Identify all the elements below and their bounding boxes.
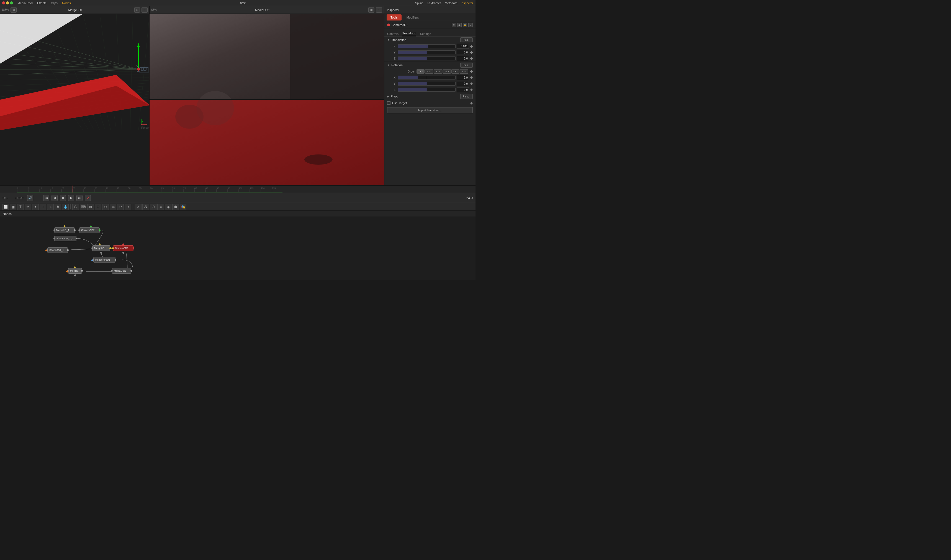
node-icon-menu[interactable]: ≡ <box>452 23 456 27</box>
use-target-keyframe[interactable] <box>470 102 473 105</box>
right-media-viewport[interactable] <box>149 14 384 185</box>
tool-rect2[interactable]: ▭ <box>110 204 116 210</box>
rotation-pick-btn[interactable]: Pick... <box>460 63 473 68</box>
tool-bezier[interactable]: ⌇ <box>40 204 46 210</box>
order-yxz[interactable]: YXZ <box>434 69 442 74</box>
translation-x-slider[interactable] <box>398 44 455 48</box>
record-btn[interactable]: ⟳ <box>85 195 91 201</box>
rotation-order-keyframe[interactable] <box>470 70 473 73</box>
tool-light[interactable]: ✺ <box>55 204 61 210</box>
translation-pick-btn[interactable]: Pick... <box>460 37 473 42</box>
order-xzy[interactable]: XZY <box>425 69 433 74</box>
minimize-btn[interactable] <box>6 2 9 5</box>
order-zxy[interactable]: ZXY <box>451 69 460 74</box>
tool-scene[interactable]: 🎭 <box>180 204 186 210</box>
timeline-track[interactable]: 0 5 10 15 20 25 30 35 40 <box>17 186 476 193</box>
node-camera3d2[interactable]: Camera3D2 <box>79 228 100 233</box>
play-btn[interactable]: ▶ <box>68 195 74 201</box>
tool-obj[interactable]: ⬢ <box>172 204 179 210</box>
menu-media-pool[interactable]: Media Pool <box>17 2 33 5</box>
close-btn[interactable] <box>2 2 5 5</box>
left-3d-viewport[interactable]: Y X Perspective <box>0 14 149 185</box>
rotation-x-keyframe[interactable] <box>470 76 473 79</box>
menu-inspector[interactable]: Inspector <box>461 2 473 5</box>
menu-nodes[interactable]: Nodes <box>62 2 71 5</box>
rotation-y-value[interactable]: 0.0 <box>457 81 469 86</box>
translation-z-keyframe[interactable] <box>470 57 473 60</box>
tool-drop[interactable]: 💧 <box>62 204 69 210</box>
stop-btn[interactable]: ⏹ <box>60 195 66 201</box>
tool-vr[interactable]: ◉ <box>165 204 171 210</box>
tool-select[interactable]: ⬜ <box>2 204 9 210</box>
rotation-y-slider[interactable] <box>398 82 455 86</box>
menu-metadata[interactable]: Metadata <box>445 2 457 5</box>
node-mediaIn1[interactable]: MediaIn1_1 <box>54 228 75 233</box>
rotation-x-value[interactable]: -7.9 <box>457 75 469 80</box>
order-zyx[interactable]: ZYX <box>460 69 468 74</box>
tool-fx[interactable]: ⁂ <box>142 204 149 210</box>
node-icon-settings[interactable]: ⚙ <box>468 23 473 27</box>
fit-view-btn[interactable]: ⊞ <box>11 7 17 13</box>
translation-x-keyframe[interactable] <box>470 45 473 48</box>
node-merge3d1[interactable]: Merge3D1 <box>92 245 110 251</box>
subtab-controls[interactable]: Controls <box>387 32 399 36</box>
menu-effects[interactable]: Effects <box>37 2 46 5</box>
translation-z-slider[interactable] <box>398 57 455 60</box>
rotation-x-slider[interactable] <box>398 75 455 80</box>
translation-y-value[interactable]: 0.0 <box>457 50 469 55</box>
tool-poly[interactable]: ✦ <box>32 204 39 210</box>
tool-particles[interactable]: ✳ <box>135 204 142 210</box>
tab-tools[interactable]: Tools <box>386 14 402 20</box>
nodes-menu-btn[interactable]: ··· <box>470 212 473 216</box>
import-transform-btn[interactable]: Import Transform... <box>387 107 473 113</box>
maximize-btn[interactable] <box>10 2 13 5</box>
rotation-y-keyframe[interactable] <box>470 82 473 85</box>
node-icon-lock[interactable]: 🔒 <box>463 23 467 27</box>
go-to-start-btn[interactable]: ⏮ <box>43 195 49 201</box>
node-shape3d11[interactable]: Shape3D1_1_1 <box>54 236 77 241</box>
tool-clone[interactable]: ⊞ <box>87 204 94 210</box>
order-xyz[interactable]: XYZ <box>417 69 425 74</box>
go-to-end-btn[interactable]: ⏭ <box>77 195 83 201</box>
tool-2d-poly[interactable]: ⬡ <box>72 204 79 210</box>
menu-keyframes[interactable]: Keyframes <box>427 2 442 5</box>
node-shape3d1[interactable]: Shape3D1_1 <box>47 247 68 253</box>
tool-paint[interactable]: ✏ <box>25 204 31 210</box>
node-camera3d1[interactable]: Camera3D1 <box>113 245 134 251</box>
subtab-settings[interactable]: Settings <box>420 32 431 36</box>
tool-smear[interactable]: ⊟ <box>95 204 102 210</box>
pivot-pick-btn[interactable]: Pick... <box>460 94 473 99</box>
right-view-options[interactable]: ⊞ <box>368 7 374 13</box>
translation-z-value[interactable]: 0.0 <box>457 56 469 61</box>
right-view-menu[interactable]: ··· <box>376 7 382 13</box>
node-renderer3d1[interactable]: Renderer3D1 <box>93 257 115 263</box>
pivot-header[interactable]: ▶ Pivot Pick... <box>385 93 476 100</box>
rotation-header[interactable]: ▼ Rotation Pick... <box>385 62 476 68</box>
subtab-transform[interactable]: Transform <box>402 32 416 36</box>
tool-3d2[interactable]: ◈ <box>157 204 164 210</box>
tab-modifiers[interactable]: Modifiers <box>403 14 423 20</box>
menu-spline[interactable]: Spline <box>415 2 424 5</box>
menu-clips[interactable]: Clips <box>51 2 57 5</box>
left-view-menu[interactable]: ··· <box>142 7 148 13</box>
tool-rect[interactable]: ▣ <box>10 204 16 210</box>
tool-undo[interactable]: ↩ <box>117 204 124 210</box>
translation-y-slider[interactable] <box>398 51 455 54</box>
tool-redo[interactable]: ↪ <box>125 204 131 210</box>
step-back-btn[interactable]: ◀ <box>51 195 58 201</box>
order-yzx[interactable]: YZX <box>443 69 451 74</box>
translation-y-keyframe[interactable] <box>470 51 473 54</box>
node-merge1[interactable]: Merge1 <box>68 268 82 274</box>
translation-x-value[interactable]: 0.041 <box>457 44 469 49</box>
node-graph[interactable]: MediaIn1_1 Camera3D2 Shape3D1_1_1 <box>0 217 476 280</box>
left-view-options[interactable]: ● <box>134 7 140 13</box>
tool-text[interactable]: T <box>17 204 24 210</box>
tool-bspline[interactable]: ⌁ <box>47 204 54 210</box>
use-target-checkbox[interactable] <box>387 102 391 105</box>
tool-3d[interactable]: ⬡ <box>150 204 157 210</box>
volume-icon[interactable]: 🔊 <box>27 195 33 201</box>
translation-header[interactable]: ▼ Translation Pick... <box>385 37 476 43</box>
tool-warp[interactable]: ⌨ <box>80 204 86 210</box>
rotation-z-slider[interactable] <box>398 88 455 92</box>
node-icon-eye[interactable]: ◉ <box>457 23 462 27</box>
